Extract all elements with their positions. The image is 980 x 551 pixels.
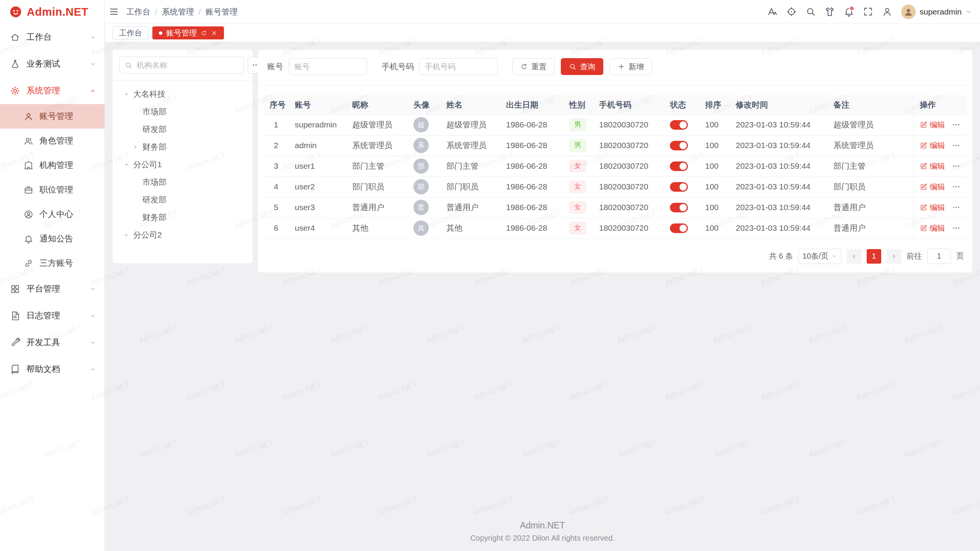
column-header[interactable]: 出生日期 (500, 95, 563, 114)
cell-phone: 18020030720 (593, 176, 664, 197)
breadcrumb-item[interactable]: 工作台 (126, 7, 150, 17)
sidebar-item-home[interactable]: 工作台 (0, 24, 105, 51)
column-header[interactable]: 手机号码 (593, 95, 664, 114)
account-input[interactable] (289, 58, 367, 75)
status-toggle[interactable] (670, 223, 688, 233)
status-toggle[interactable] (670, 141, 688, 150)
sidebar-item-docs[interactable]: 帮助文档 (0, 356, 105, 383)
column-header[interactable]: 昵称 (346, 95, 407, 114)
phone-input[interactable] (419, 58, 498, 75)
sidebar-item-log[interactable]: 日志管理 (0, 302, 105, 329)
row-more-button[interactable] (952, 162, 960, 170)
notification-button[interactable] (840, 3, 858, 21)
tree-node[interactable]: 研发部 (119, 121, 246, 138)
column-header[interactable]: 姓名 (440, 95, 500, 114)
cell-actions: 编辑 (913, 114, 967, 135)
submenu-item-account[interactable]: 账号管理 (0, 104, 105, 129)
font-size-button[interactable] (763, 3, 781, 21)
reset-button[interactable]: 重置 (512, 58, 555, 75)
more-icon (952, 183, 960, 191)
org-search-field[interactable] (136, 60, 239, 70)
cell-modified-time: 2023-01-03 10:59:44 (730, 135, 827, 156)
log-icon (10, 311, 20, 321)
more-icon (952, 224, 960, 232)
column-header[interactable]: 序号 (263, 95, 289, 114)
next-page-button[interactable] (887, 249, 901, 264)
submenu-item-org[interactable]: 机构管理 (0, 153, 105, 178)
chevron-down-icon (90, 339, 96, 346)
edit-button[interactable]: 编辑 (920, 140, 945, 151)
edit-button[interactable]: 编辑 (920, 161, 945, 171)
status-toggle[interactable] (670, 161, 688, 171)
row-more-button[interactable] (952, 121, 960, 129)
status-toggle[interactable] (670, 182, 688, 192)
cell-modified-time: 2023-01-03 10:59:44 (730, 197, 827, 218)
search-button[interactable] (802, 3, 819, 21)
tab-0[interactable]: 工作台 (113, 26, 149, 39)
table-row: 3user1部门主管部部门主管1986-06-28女18020030720100… (263, 156, 967, 176)
tree-node[interactable]: 大名科技 (119, 85, 246, 103)
column-header[interactable]: 状态 (664, 95, 699, 114)
cell-avatar: 普 (407, 197, 440, 218)
theme-button[interactable] (821, 3, 838, 21)
locate-button[interactable] (782, 3, 800, 21)
prev-page-button[interactable] (847, 249, 861, 264)
cell-actions: 编辑 (913, 135, 967, 156)
app-logo[interactable]: Admin.NET (0, 0, 105, 24)
locate-icon (786, 7, 797, 17)
column-header[interactable]: 备注 (827, 95, 913, 114)
column-header[interactable]: 排序 (699, 95, 730, 114)
page-size-select[interactable]: 10条/页 (798, 249, 841, 264)
row-more-button[interactable] (952, 203, 960, 212)
tree-node[interactable]: 市场部 (119, 103, 246, 121)
breadcrumb-item[interactable]: 系统管理 (162, 7, 194, 17)
status-toggle[interactable] (670, 203, 688, 212)
row-more-button[interactable] (952, 141, 960, 150)
tree-node[interactable]: 研发部 (119, 191, 246, 209)
submenu-item-link[interactable]: 三方账号 (0, 251, 105, 276)
search-button[interactable]: 查询 (561, 58, 603, 75)
edit-button[interactable]: 编辑 (920, 202, 945, 213)
tree-node[interactable]: 财务部 (119, 138, 246, 156)
fullscreen-button[interactable] (859, 3, 877, 21)
cell-birth-date: 1986-06-28 (500, 176, 563, 197)
sidebar-item-gear[interactable]: 系统管理 (0, 77, 105, 104)
font-size-icon (767, 7, 777, 17)
tree-node[interactable]: 市场部 (119, 173, 246, 191)
row-more-button[interactable] (952, 224, 960, 232)
column-header[interactable]: 操作 (913, 95, 967, 114)
edit-button[interactable]: 编辑 (920, 120, 945, 130)
submenu-item-bell[interactable]: 通知公告 (0, 227, 105, 251)
sidebar-item-test[interactable]: 业务测试 (0, 51, 105, 77)
column-header[interactable]: 账号 (289, 95, 346, 114)
org-search-input[interactable] (119, 57, 244, 73)
tree-node[interactable]: 财务部 (119, 209, 246, 226)
submenu-item-position[interactable]: 职位管理 (0, 178, 105, 202)
hamburger-icon (109, 7, 119, 17)
tree-node[interactable]: 分公司1 (119, 156, 246, 173)
tree-indent (131, 112, 140, 112)
edit-button[interactable]: 编辑 (920, 223, 945, 233)
column-header[interactable]: 性别 (563, 95, 593, 114)
breadcrumb-item[interactable]: 账号管理 (206, 7, 238, 17)
tab-1[interactable]: 账号管理 (152, 26, 224, 39)
user-menu[interactable]: superadmin (901, 5, 972, 19)
cell-name: 超级管理员 (440, 114, 500, 135)
row-more-button[interactable] (952, 183, 960, 191)
column-header[interactable]: 修改时间 (730, 95, 827, 114)
edit-button[interactable]: 编辑 (920, 182, 945, 192)
submenu-item-role[interactable]: 角色管理 (0, 129, 105, 153)
cell-index: 6 (263, 218, 289, 238)
collapse-sidebar-button[interactable] (105, 3, 122, 21)
status-toggle[interactable] (670, 120, 688, 130)
page-number-button[interactable]: 1 (867, 249, 881, 264)
tree-node[interactable]: 分公司2 (119, 226, 246, 244)
goto-page-input[interactable] (927, 249, 951, 264)
column-header[interactable]: 头像 (407, 95, 440, 114)
add-button[interactable]: 新增 (609, 58, 652, 75)
user-button[interactable] (878, 3, 896, 21)
sidebar-item-label: 业务测试 (26, 58, 60, 70)
submenu-item-profile[interactable]: 个人中心 (0, 202, 105, 227)
sidebar-item-grid[interactable]: 平台管理 (0, 276, 105, 302)
sidebar-item-tools[interactable]: 开发工具 (0, 329, 105, 356)
